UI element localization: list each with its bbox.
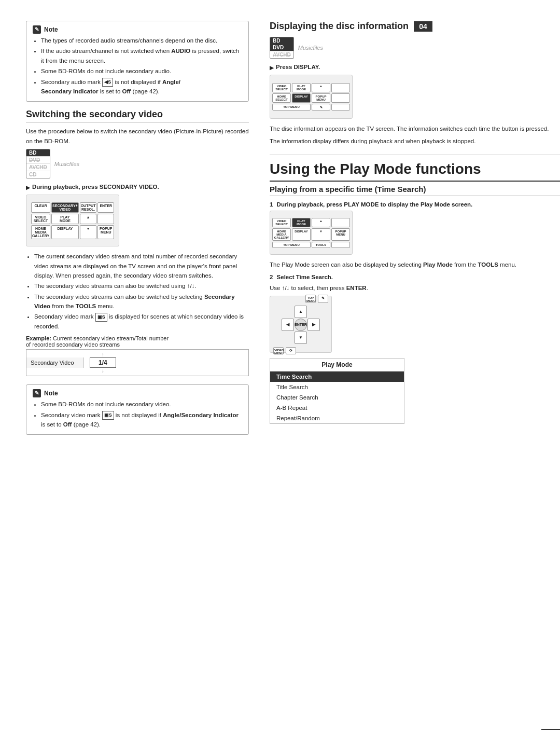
remote-playmode-img: VIDEOSELECT PLAYMODE ▲ HOMEMEDIAGALLERY …: [270, 211, 353, 255]
play-mode-item-title-search: Title Search: [270, 382, 404, 392]
switching-secondary-video-desc: Use the procedure below to switch the se…: [26, 127, 249, 146]
r-pen: ✎: [312, 104, 330, 111]
remote-display-img: VIDEOSELECT PLAYMODE ▲ HOMESELECT DISPLA…: [270, 75, 353, 119]
remote-nav-img: TOPMENU ✎ ▲ ◀ ENTER ▶ ▼: [270, 296, 332, 353]
nav-up-btn: ▲: [295, 306, 307, 318]
r-blank3: [331, 104, 350, 111]
nav-right-btn: ▶: [307, 319, 320, 331]
play-mode-box: Play Mode Time Search Title Search Chapt…: [270, 358, 404, 424]
chapter-badge: 04: [414, 21, 432, 32]
r-video-select: VIDEOSELECT: [272, 83, 291, 92]
disc-info-desc1: The disc information appears on the TV s…: [270, 124, 560, 133]
disc-badge-dvd: DVD: [26, 156, 50, 163]
disc-badge-avchd-r: AVCHD: [270, 51, 293, 58]
sv-bullet-1: The current secondary video stream and t…: [34, 252, 249, 280]
time-search-heading: Playing from a specific time (Time Searc…: [270, 185, 560, 196]
rpm-video-select: VIDEOSELECT: [272, 218, 291, 227]
remote-btn-secondary: SECONDARY+VIDEO: [51, 202, 79, 213]
note-box-2: ✎ Note Some BD-ROMs do not include secon…: [26, 384, 249, 435]
note-label-2: Note: [44, 390, 58, 397]
r-home-select: HOMESELECT: [272, 93, 291, 103]
sv-label: Secondary Video: [26, 357, 83, 368]
remote-btn-blank1: [97, 214, 114, 224]
rpm-blank: [331, 218, 350, 227]
r-up2: ▲: [312, 83, 330, 92]
remote-btn-home-media: HOME MEDIAGALLERY: [31, 225, 50, 239]
section-divider: [270, 155, 560, 155]
remote-btn-display: DISPLAY: [51, 225, 79, 239]
disc-info-desc2: The information display differs during p…: [270, 136, 560, 146]
r-play-mode: PLAYMODE: [292, 83, 311, 92]
press-display-text: Press DISPLAY.: [276, 64, 320, 70]
displaying-disc-heading: Displaying the disc information: [270, 21, 409, 32]
remote-btn-play-mode: PLAYMODE: [51, 214, 79, 224]
note-item-1-3: Some BD-ROMs do not include secondary au…: [41, 66, 242, 76]
note2-item-2: Secondary video mark ▣S is not displayed…: [41, 410, 242, 430]
nav-down-btn: ▼: [295, 332, 307, 344]
press-display-step: Press DISPLAY.: [270, 64, 560, 71]
rpm-up: ▲: [312, 218, 330, 227]
displaying-disc-title-bar: Displaying the disc information 04: [270, 21, 560, 32]
r-blank2: [331, 93, 350, 103]
nav-top-menu-btn: TOPMENU: [305, 295, 316, 303]
step2-number: 2: [270, 274, 273, 280]
example-container: Example: Current secondary video stream/…: [26, 335, 249, 376]
nav-empty-4: [307, 332, 320, 344]
disc-badge-bd: BD: [26, 149, 50, 156]
step2-desc: Use ↑/↓ to select, then press ENTER.: [270, 283, 560, 293]
disc-badge-avchd: AVCHD: [26, 163, 50, 171]
remote-btn-up: ▲: [80, 214, 97, 224]
play-mode-main-heading: Using the Play Mode functions: [270, 160, 560, 182]
play-mode-item-chapter-search: Chapter Search: [270, 392, 404, 403]
r-blank: [331, 83, 350, 92]
nav-empty-1: [282, 306, 294, 318]
play-mode-section: Using the Play Mode functions Playing fr…: [270, 160, 560, 424]
sv-bullet-4: Secondary video mark ▣S is displayed for…: [34, 312, 249, 331]
remote-btn-enter: ENTER: [97, 202, 114, 213]
note-item-1-1: The types of recorded audio streams/chan…: [41, 36, 242, 45]
step1-label: 1 During playback, press PLAY MODE to di…: [270, 201, 560, 208]
note-icon-2: ✎: [33, 389, 41, 397]
step2-text: Select Time Search.: [277, 274, 333, 280]
play-mode-desc: The Play Mode screen can also be display…: [270, 260, 560, 269]
nav-tools-btn: ✎: [318, 295, 328, 303]
note-box-1: ✎ Note The types of recorded audio strea…: [26, 21, 249, 102]
step1-text: During playback, press PLAY MODE to disp…: [277, 201, 473, 208]
sv-bullet-3: The secondary video streams can also be …: [34, 292, 249, 311]
note-label-1: Note: [44, 26, 58, 33]
note-item-1-4: Secondary audio mark ◀S is not displayed…: [41, 77, 242, 97]
sv-bullet-2: The secondary video streams can also be …: [34, 281, 249, 291]
nav-return-btn: ⟳: [286, 347, 296, 354]
switching-secondary-video-section: Switching the secondary video Use the pr…: [26, 109, 249, 376]
nav-enter-btn: ENTER: [295, 319, 307, 331]
rpm-blank2: [331, 242, 350, 248]
r-top-menu: TOP MENU: [272, 104, 311, 111]
note-item-1-2: If the audio stream/channel is not switc…: [41, 46, 242, 65]
step-secondary-video-text: During playback, press SECONDARY VIDEO.: [32, 184, 159, 190]
remote-btn-video-select: VIDEOSELECT: [31, 214, 50, 224]
play-mode-item-ab-repeat: A-B Repeat: [270, 403, 404, 413]
play-mode-box-title: Play Mode: [270, 359, 404, 371]
remote-btn-popup: POPUPMENU: [97, 225, 114, 239]
remote-btn-output: OUTPUTRESOL.: [80, 202, 97, 213]
secondary-video-bullets: The current secondary video stream and t…: [26, 252, 249, 331]
note-title-1: ✎ Note: [33, 25, 242, 34]
rpm-play-mode: PLAYMODE: [292, 218, 311, 227]
remote-btn-clear: CLEAR: [31, 202, 50, 213]
rpm-down: ▼: [312, 228, 330, 241]
disc-type-badges-right: BD DVD AVCHD Musicfiles: [270, 37, 323, 59]
rpm-top-menu: TOP MENU: [272, 242, 311, 248]
nav-left-btn: ◀: [282, 319, 294, 331]
switching-secondary-video-heading: Switching the secondary video: [26, 109, 249, 122]
nav-empty-3: [282, 332, 294, 344]
step-secondary-video: During playback, press SECONDARY VIDEO.: [26, 184, 249, 190]
disc-badge-dvd-r: DVD: [270, 44, 293, 51]
music-files-label-right: Musicfiles: [298, 45, 323, 51]
note2-item-1: Some BD-ROMs do not include secondary vi…: [41, 400, 242, 409]
disc-badge-cd: CD: [26, 171, 50, 178]
rpm-display: DISPLAY: [292, 228, 311, 241]
example-label: Example:: [26, 335, 51, 341]
r-display-btn: DISPLAY: [292, 93, 311, 103]
disc-badge-group-left: BD DVD AVCHD CD: [26, 149, 50, 178]
r-popup: POPUPMENU: [312, 93, 330, 103]
